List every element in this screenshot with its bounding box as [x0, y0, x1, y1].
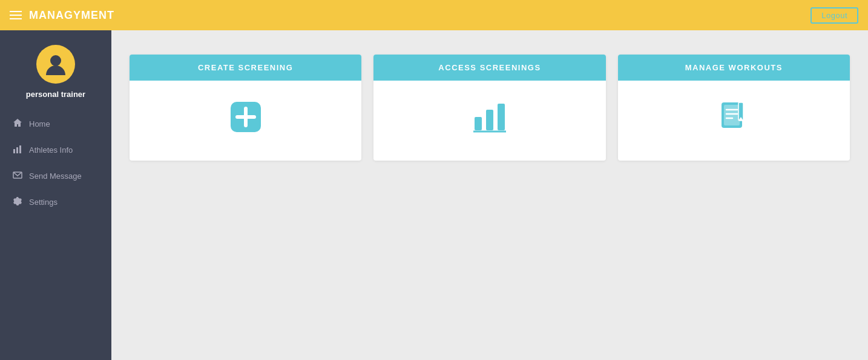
sidebar-item-athletes-info[interactable]: Athletes Info — [0, 137, 111, 163]
hamburger-icon[interactable] — [10, 11, 22, 19]
sidebar-nav: Home Athletes Info Send Message — [0, 111, 111, 215]
sidebar-item-send-message-label: Send Message — [29, 172, 82, 181]
access-screenings-body — [373, 81, 605, 161]
svg-point-0 — [50, 55, 61, 66]
user-name: personal trainer — [26, 90, 85, 99]
svg-rect-1 — [13, 149, 15, 153]
layout: personal trainer Home Athletes Info — [0, 30, 868, 360]
sidebar-item-home[interactable]: Home — [0, 111, 111, 137]
svg-rect-2 — [16, 147, 18, 153]
manage-workouts-card[interactable]: MANAGE WORKOUTS — [618, 55, 850, 161]
create-screening-card[interactable]: CREATE SCREENING — [130, 55, 361, 161]
svg-rect-13 — [724, 105, 740, 125]
gear-icon — [12, 196, 23, 208]
manage-workouts-header: MANAGE WORKOUTS — [618, 55, 850, 81]
main-content: CREATE SCREENING ACCESS SCREENINGS — [111, 30, 868, 360]
home-icon — [12, 118, 23, 130]
svg-rect-8 — [475, 117, 482, 130]
book-icon — [715, 99, 752, 142]
envelope-icon — [12, 170, 23, 182]
sidebar-item-home-label: Home — [29, 119, 50, 128]
svg-rect-10 — [498, 104, 505, 130]
sidebar-item-settings-label: Settings — [29, 198, 58, 207]
access-screenings-header: ACCESS SCREENINGS — [373, 55, 605, 81]
avatar — [36, 45, 75, 84]
navbar: MANAGYMENT Logout — [0, 0, 868, 30]
cards-row: CREATE SCREENING ACCESS SCREENINGS — [130, 55, 850, 161]
sidebar-item-athletes-label: Athletes Info — [29, 145, 73, 155]
create-screening-header: CREATE SCREENING — [130, 55, 361, 81]
logout-button[interactable]: Logout — [810, 7, 858, 24]
svg-rect-9 — [486, 110, 493, 130]
manage-workouts-body — [618, 81, 850, 161]
bar-chart-icon — [12, 144, 23, 156]
avatar-icon — [44, 52, 68, 76]
plus-box-icon — [228, 99, 264, 142]
access-screenings-card[interactable]: ACCESS SCREENINGS — [373, 55, 605, 161]
sidebar-item-settings[interactable]: Settings — [0, 189, 111, 215]
navbar-title: MANAGYMENT — [29, 9, 114, 22]
chart-bar-icon — [472, 99, 508, 142]
sidebar: personal trainer Home Athletes Info — [0, 30, 111, 360]
sidebar-item-send-message[interactable]: Send Message — [0, 163, 111, 189]
navbar-left: MANAGYMENT — [10, 9, 114, 22]
svg-rect-3 — [19, 145, 21, 153]
create-screening-body — [130, 81, 361, 161]
